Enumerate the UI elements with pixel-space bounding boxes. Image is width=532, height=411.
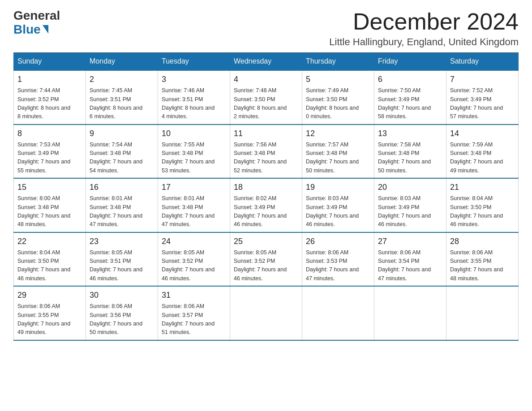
- header-tuesday: Tuesday: [158, 53, 230, 71]
- table-row: 31Sunrise: 8:06 AMSunset: 3:57 PMDayligh…: [158, 286, 230, 340]
- day-number: 11: [234, 128, 298, 140]
- day-number: 13: [378, 128, 442, 140]
- logo: General Blue: [13, 9, 60, 37]
- day-number: 24: [162, 235, 226, 248]
- header-friday: Friday: [374, 53, 446, 71]
- day-number: 9: [90, 128, 154, 140]
- day-info: Sunrise: 7:56 AMSunset: 3:48 PMDaylight:…: [234, 141, 298, 176]
- table-row: 26Sunrise: 8:06 AMSunset: 3:53 PMDayligh…: [302, 232, 374, 287]
- day-number: 26: [306, 235, 370, 248]
- table-row: 29Sunrise: 8:06 AMSunset: 3:55 PMDayligh…: [14, 286, 86, 340]
- table-row: 3Sunrise: 7:46 AMSunset: 3:51 PMDaylight…: [158, 70, 230, 124]
- table-row: 12Sunrise: 7:57 AMSunset: 3:48 PMDayligh…: [302, 124, 374, 179]
- day-number: 15: [17, 181, 82, 193]
- day-info: Sunrise: 8:05 AMSunset: 3:52 PMDaylight:…: [234, 248, 298, 283]
- day-number: 29: [17, 289, 82, 301]
- day-number: 10: [162, 128, 226, 140]
- table-row: 2Sunrise: 7:45 AMSunset: 3:51 PMDaylight…: [86, 70, 158, 124]
- day-info: Sunrise: 8:06 AMSunset: 3:56 PMDaylight:…: [90, 302, 154, 337]
- table-row: 28Sunrise: 8:06 AMSunset: 3:55 PMDayligh…: [446, 232, 519, 287]
- header-wednesday: Wednesday: [230, 53, 302, 71]
- header: General Blue December 2024 Little Hallin…: [13, 9, 519, 48]
- header-saturday: Saturday: [446, 53, 519, 71]
- day-number: 4: [234, 73, 298, 86]
- day-number: 31: [162, 289, 226, 301]
- table-row: 5Sunrise: 7:49 AMSunset: 3:50 PMDaylight…: [302, 70, 374, 124]
- day-number: 8: [17, 128, 82, 140]
- day-info: Sunrise: 7:45 AMSunset: 3:51 PMDaylight:…: [90, 86, 154, 121]
- day-number: 22: [17, 235, 82, 248]
- day-number: 7: [450, 73, 515, 86]
- header-thursday: Thursday: [302, 53, 374, 71]
- day-info: Sunrise: 8:02 AMSunset: 3:49 PMDaylight:…: [234, 194, 298, 229]
- table-row: 13Sunrise: 7:58 AMSunset: 3:48 PMDayligh…: [374, 124, 446, 179]
- day-info: Sunrise: 8:05 AMSunset: 3:52 PMDaylight:…: [162, 248, 226, 283]
- table-row: 11Sunrise: 7:56 AMSunset: 3:48 PMDayligh…: [230, 124, 302, 179]
- table-row: [374, 286, 446, 340]
- day-number: 14: [450, 128, 515, 140]
- weekday-header-row: Sunday Monday Tuesday Wednesday Thursday…: [14, 53, 519, 71]
- day-number: 16: [90, 181, 154, 193]
- table-row: 21Sunrise: 8:04 AMSunset: 3:50 PMDayligh…: [446, 178, 519, 232]
- day-info: Sunrise: 8:03 AMSunset: 3:49 PMDaylight:…: [306, 194, 370, 229]
- location-title: Little Hallingbury, England, United King…: [329, 36, 519, 48]
- calendar-week-row: 22Sunrise: 8:04 AMSunset: 3:50 PMDayligh…: [14, 232, 519, 287]
- calendar-table: Sunday Monday Tuesday Wednesday Thursday…: [13, 52, 519, 341]
- day-info: Sunrise: 7:59 AMSunset: 3:48 PMDaylight:…: [450, 141, 515, 176]
- table-row: 15Sunrise: 8:00 AMSunset: 3:48 PMDayligh…: [14, 178, 86, 232]
- day-number: 5: [306, 73, 370, 86]
- table-row: 27Sunrise: 8:06 AMSunset: 3:54 PMDayligh…: [374, 232, 446, 287]
- day-number: 25: [234, 235, 298, 248]
- table-row: 16Sunrise: 8:01 AMSunset: 3:48 PMDayligh…: [86, 178, 158, 232]
- table-row: 6Sunrise: 7:50 AMSunset: 3:49 PMDaylight…: [374, 70, 446, 124]
- day-info: Sunrise: 7:44 AMSunset: 3:52 PMDaylight:…: [17, 86, 82, 121]
- day-number: 23: [90, 235, 154, 248]
- day-number: 21: [450, 181, 515, 193]
- table-row: 9Sunrise: 7:54 AMSunset: 3:48 PMDaylight…: [86, 124, 158, 179]
- table-row: 30Sunrise: 8:06 AMSunset: 3:56 PMDayligh…: [86, 286, 158, 340]
- header-sunday: Sunday: [14, 53, 86, 71]
- day-number: 12: [306, 128, 370, 140]
- logo-triangle-icon: [43, 25, 48, 34]
- day-number: 30: [90, 289, 154, 301]
- day-info: Sunrise: 7:53 AMSunset: 3:49 PMDaylight:…: [17, 141, 82, 176]
- day-info: Sunrise: 7:49 AMSunset: 3:50 PMDaylight:…: [306, 86, 370, 121]
- day-info: Sunrise: 8:03 AMSunset: 3:49 PMDaylight:…: [378, 194, 442, 229]
- header-monday: Monday: [86, 53, 158, 71]
- table-row: 7Sunrise: 7:52 AMSunset: 3:49 PMDaylight…: [446, 70, 519, 124]
- day-info: Sunrise: 7:52 AMSunset: 3:49 PMDaylight:…: [450, 86, 515, 121]
- table-row: 23Sunrise: 8:05 AMSunset: 3:51 PMDayligh…: [86, 232, 158, 287]
- day-number: 20: [378, 181, 442, 193]
- day-info: Sunrise: 8:01 AMSunset: 3:48 PMDaylight:…: [90, 194, 154, 229]
- day-info: Sunrise: 8:06 AMSunset: 3:55 PMDaylight:…: [17, 302, 82, 337]
- calendar-week-row: 8Sunrise: 7:53 AMSunset: 3:49 PMDaylight…: [14, 124, 519, 179]
- day-number: 19: [306, 181, 370, 193]
- day-number: 2: [90, 73, 154, 86]
- table-row: [302, 286, 374, 340]
- day-info: Sunrise: 8:06 AMSunset: 3:55 PMDaylight:…: [450, 248, 515, 283]
- day-number: 28: [450, 235, 515, 248]
- day-info: Sunrise: 7:48 AMSunset: 3:50 PMDaylight:…: [234, 86, 298, 121]
- day-info: Sunrise: 7:55 AMSunset: 3:48 PMDaylight:…: [162, 141, 226, 176]
- table-row: 22Sunrise: 8:04 AMSunset: 3:50 PMDayligh…: [14, 232, 86, 287]
- day-info: Sunrise: 8:05 AMSunset: 3:51 PMDaylight:…: [90, 248, 154, 283]
- day-number: 17: [162, 181, 226, 193]
- calendar-week-row: 15Sunrise: 8:00 AMSunset: 3:48 PMDayligh…: [14, 178, 519, 232]
- logo-blue-text: Blue: [13, 23, 41, 37]
- calendar-week-row: 1Sunrise: 7:44 AMSunset: 3:52 PMDaylight…: [14, 70, 519, 124]
- calendar-week-row: 29Sunrise: 8:06 AMSunset: 3:55 PMDayligh…: [14, 286, 519, 340]
- logo-general: General: [13, 9, 60, 23]
- day-info: Sunrise: 8:00 AMSunset: 3:48 PMDaylight:…: [17, 194, 82, 229]
- day-info: Sunrise: 7:58 AMSunset: 3:48 PMDaylight:…: [378, 141, 442, 176]
- day-number: 6: [378, 73, 442, 86]
- day-info: Sunrise: 7:50 AMSunset: 3:49 PMDaylight:…: [378, 86, 442, 121]
- day-info: Sunrise: 7:57 AMSunset: 3:48 PMDaylight:…: [306, 141, 370, 176]
- table-row: 8Sunrise: 7:53 AMSunset: 3:49 PMDaylight…: [14, 124, 86, 179]
- table-row: 25Sunrise: 8:05 AMSunset: 3:52 PMDayligh…: [230, 232, 302, 287]
- day-info: Sunrise: 7:54 AMSunset: 3:48 PMDaylight:…: [90, 141, 154, 176]
- day-info: Sunrise: 8:04 AMSunset: 3:50 PMDaylight:…: [17, 248, 82, 283]
- table-row: 19Sunrise: 8:03 AMSunset: 3:49 PMDayligh…: [302, 178, 374, 232]
- title-area: December 2024 Little Hallingbury, Englan…: [329, 9, 519, 48]
- day-info: Sunrise: 8:06 AMSunset: 3:53 PMDaylight:…: [306, 248, 370, 283]
- day-number: 3: [162, 73, 226, 86]
